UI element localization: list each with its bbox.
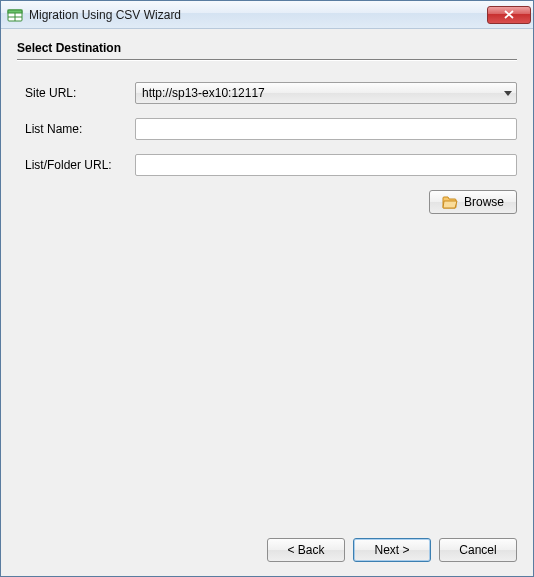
back-label: < Back [287, 543, 324, 557]
cancel-label: Cancel [459, 543, 496, 557]
app-icon [7, 7, 23, 23]
site-url-value: http://sp13-ex10:12117 [142, 86, 500, 100]
svg-rect-1 [8, 10, 22, 13]
browse-button[interactable]: Browse [429, 190, 517, 214]
label-site-url: Site URL: [25, 86, 135, 100]
cancel-button[interactable]: Cancel [439, 538, 517, 562]
window-title: Migration Using CSV Wizard [29, 8, 487, 22]
row-site-url: Site URL: http://sp13-ex10:12117 [25, 82, 517, 104]
chevron-down-icon [504, 91, 512, 96]
heading-separator [17, 59, 517, 60]
browse-row: Browse [25, 190, 517, 214]
list-folder-url-input[interactable] [135, 154, 517, 176]
next-button[interactable]: Next > [353, 538, 431, 562]
label-list-name: List Name: [25, 122, 135, 136]
page-heading: Select Destination [17, 41, 517, 55]
row-list-folder-url: List/Folder URL: [25, 154, 517, 176]
row-list-name: List Name: [25, 118, 517, 140]
wizard-window: Migration Using CSV Wizard Select Destin… [0, 0, 534, 577]
list-name-input[interactable] [135, 118, 517, 140]
browse-label: Browse [464, 195, 504, 209]
back-button[interactable]: < Back [267, 538, 345, 562]
content-area: Select Destination Site URL: http://sp13… [1, 29, 533, 526]
spacer [17, 214, 517, 526]
footer-buttons: < Back Next > Cancel [1, 526, 533, 576]
close-button[interactable] [487, 6, 531, 24]
next-label: Next > [374, 543, 409, 557]
label-list-folder-url: List/Folder URL: [25, 158, 135, 172]
site-url-dropdown[interactable]: http://sp13-ex10:12117 [135, 82, 517, 104]
close-icon [504, 10, 514, 19]
titlebar: Migration Using CSV Wizard [1, 1, 533, 29]
folder-icon [442, 195, 458, 209]
form-area: Site URL: http://sp13-ex10:12117 List Na… [17, 82, 517, 214]
